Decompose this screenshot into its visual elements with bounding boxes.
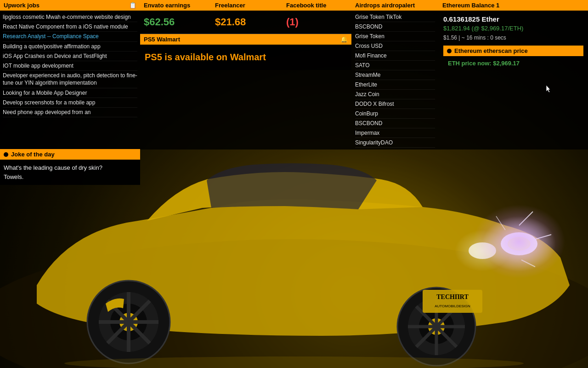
svg-point-8 <box>99 292 158 352</box>
list-item[interactable]: Cross USD <box>355 41 435 51</box>
eth-scan-title: Ethereum etherscan price <box>454 47 528 54</box>
svg-point-10 <box>119 313 138 331</box>
list-item[interactable]: Grise Token <box>355 32 435 41</box>
svg-point-1 <box>0 239 588 368</box>
ps5-message: PS5 is available on Walmart <box>140 45 351 70</box>
svg-point-4 <box>482 216 556 271</box>
eth-balance-header: Ethereum Balance 1 <box>439 0 588 11</box>
eth-time-value: $1.56 | ~ 16 mins : 0 secs <box>443 34 583 41</box>
freelancer-header: Freelancer <box>211 0 283 11</box>
svg-line-30 <box>496 216 505 230</box>
svg-rect-23 <box>423 290 482 313</box>
upwork-header: Upwork jobs 📋 <box>0 0 140 11</box>
list-item[interactable]: IOT mobile app development <box>3 61 137 71</box>
facebook-panel: Facebook title (1) <box>283 0 351 34</box>
envato-header: Envato earnings <box>140 0 211 11</box>
list-item[interactable]: Need phone app developed from an <box>3 108 137 117</box>
eth-balance-title: Ethereum Balance 1 <box>442 2 499 9</box>
airdrops-panel: Airdrops airdropalert Grise Token TikTok… <box>351 0 439 150</box>
list-item[interactable]: SingularityDAO <box>355 138 435 148</box>
facebook-value: (1) <box>283 11 351 34</box>
list-item[interactable]: StreamMe <box>355 70 435 80</box>
svg-point-2 <box>501 232 537 255</box>
svg-point-6 <box>455 230 510 271</box>
upwork-icon: 📋 <box>129 2 136 9</box>
airdrops-title: Airdrops airdropalert <box>355 2 415 9</box>
svg-point-9 <box>110 304 147 340</box>
eth-usd-value: $1,821.94 (@ $2,969.17/ETH) <box>443 25 583 32</box>
list-item[interactable]: iOS App Crashes on Device and TestFlight <box>3 52 137 61</box>
envato-panel: Envato earnings $62.56 <box>140 0 211 34</box>
list-item[interactable]: Research Analyst -- Compliance Space <box>3 32 137 41</box>
list-item[interactable]: SATO <box>355 61 435 70</box>
list-item[interactable]: Developer experienced in audio, pitch de… <box>3 71 137 88</box>
svg-point-7 <box>87 281 170 363</box>
facebook-title: Facebook title <box>286 2 326 9</box>
list-item[interactable]: BSCBOND <box>355 22 435 32</box>
svg-line-27 <box>519 212 533 225</box>
joke-header: Joke of the day <box>0 149 140 160</box>
svg-line-28 <box>535 235 551 239</box>
list-item[interactable]: DODO X Bifrost <box>355 99 435 109</box>
ps5-widget: PS5 Walmart 🔔 PS5 is available on Walmar… <box>140 34 351 70</box>
svg-text:TECHΠRT: TECHΠRT <box>436 293 469 300</box>
list-item[interactable]: Jazz Coin <box>355 90 435 99</box>
eth-price-label: ETH price now: <box>448 60 492 67</box>
svg-point-3 <box>508 237 531 251</box>
airdrops-header: Airdrops airdropalert <box>351 0 439 11</box>
eth-scan-header: Ethereum etherscan price <box>443 46 583 56</box>
middle-panels: Envato earnings $62.56 Freelancer $21.68… <box>140 0 351 150</box>
svg-point-16 <box>408 298 465 355</box>
svg-text:AUTOMOBILDESIGN: AUTOMOBILDESIGN <box>435 304 470 308</box>
eth-scan-bullet <box>447 49 452 53</box>
airdrops-body: Grise Token TikTok BSCBOND Grise Token C… <box>351 11 439 150</box>
metrics-row: Envato earnings $62.56 Freelancer $21.68… <box>140 0 351 34</box>
freelancer-panel: Freelancer $21.68 <box>211 0 283 34</box>
svg-point-15 <box>397 288 475 366</box>
list-item[interactable]: EtherLite <box>355 80 435 90</box>
facebook-header: Facebook title <box>283 0 351 11</box>
svg-point-5 <box>469 242 496 259</box>
list-item[interactable]: Impermax <box>355 128 435 138</box>
upwork-panel: Upwork jobs 📋 lipgloss cosmetic Mwah e-c… <box>0 0 140 150</box>
svg-line-21 <box>416 306 457 347</box>
svg-line-13 <box>107 301 150 343</box>
list-item[interactable]: lipgloss cosmetic Mwah e-commerce websit… <box>3 12 137 22</box>
ethereum-panel: Ethereum Balance 1 0.61361825 Ether $1,8… <box>439 0 588 150</box>
upwork-title: Upwork jobs <box>4 2 40 9</box>
list-item[interactable]: Mofi Finance <box>355 51 435 61</box>
eth-price-value: $2,969.17 <box>493 60 520 67</box>
svg-point-18 <box>428 318 445 335</box>
ps5-header: PS5 Walmart 🔔 <box>140 34 351 45</box>
list-item[interactable]: React Native Component from a iOS native… <box>3 22 137 32</box>
svg-point-26 <box>64 356 524 368</box>
list-item[interactable]: Develop screenshots for a mobile app <box>3 98 137 108</box>
freelancer-title: Freelancer <box>215 2 245 9</box>
joke-bullet <box>4 152 8 157</box>
list-item[interactable]: BSCBOND <box>355 119 435 128</box>
eth-price-row: ETH price now: $2,969.17 <box>443 56 583 70</box>
svg-line-14 <box>107 301 150 343</box>
svg-point-31 <box>473 205 565 278</box>
eth-balance-value: 0.61361825 Ether <box>443 15 583 23</box>
joke-body: What's the leading cause of dry skin?Tow… <box>0 160 140 185</box>
svg-point-17 <box>419 309 454 344</box>
envato-title: Envato earnings <box>144 2 190 9</box>
svg-line-29 <box>521 260 535 267</box>
joke-section: Joke of the day What's the leading cause… <box>0 149 140 185</box>
envato-value: $62.56 <box>140 11 211 34</box>
bell-icon: 🔔 <box>340 36 348 43</box>
list-item[interactable]: Grise Token TikTok <box>355 12 435 22</box>
list-item[interactable]: Looking for a Mobile App Designer <box>3 88 137 98</box>
panels-container: Upwork jobs 📋 lipgloss cosmetic Mwah e-c… <box>0 0 588 150</box>
list-item[interactable]: Building a quote/positive affirmation ap… <box>3 42 137 52</box>
list-item[interactable]: CoinBurp <box>355 109 435 119</box>
svg-line-22 <box>416 306 457 347</box>
joke-text: What's the leading cause of dry skin?Tow… <box>4 164 102 180</box>
freelancer-value: $21.68 <box>211 11 283 34</box>
joke-title: Joke of the day <box>11 151 55 158</box>
eth-balance-body: 0.61361825 Ether $1,821.94 (@ $2,969.17/… <box>439 11 588 75</box>
ps5-title: PS5 Walmart <box>144 36 180 43</box>
upwork-body: lipgloss cosmetic Mwah e-commerce websit… <box>0 11 140 119</box>
